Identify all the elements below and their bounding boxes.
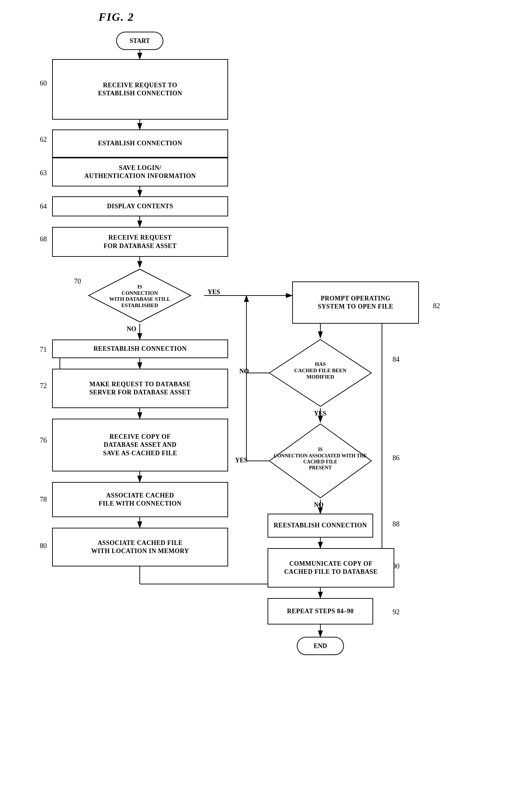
svg-text:ESTABLISHED: ESTABLISHED: [121, 303, 158, 308]
diamond-84: HAS CACHED FILE BEEN MODIFIED: [268, 338, 373, 408]
label-82: 82: [433, 302, 440, 310]
svg-text:CACHED FILE BEEN: CACHED FILE BEEN: [294, 368, 347, 373]
label-84: 84: [393, 355, 400, 363]
box-71: REESTABLISH CONNECTION: [52, 340, 228, 358]
svg-text:CACHED FILE: CACHED FILE: [303, 459, 338, 464]
box64-label: DISPLAY CONTENTS: [107, 202, 173, 210]
label-71: 71: [40, 345, 47, 354]
box88-label: REESTABLISH CONNECTION: [274, 521, 367, 529]
label-68: 68: [40, 235, 47, 243]
yes-label-70: YES: [208, 288, 220, 296]
diamond-70: IS CONNECTION WITH DATABASE STILL ESTABL…: [87, 267, 193, 324]
label-70: 70: [74, 277, 81, 285]
box-92: REPEAT STEPS 84–90: [268, 598, 373, 624]
label-92: 92: [393, 608, 400, 616]
box68-label: RECEIVE REQUEST FOR DATABASE ASSET: [103, 234, 176, 250]
no-label-86: NO: [314, 501, 324, 509]
box-78: ASSOCIATE CACHED FILE WITH CONNECTION: [52, 482, 228, 517]
svg-text:IS: IS: [318, 447, 322, 452]
svg-text:WITH DATABASE STILL: WITH DATABASE STILL: [109, 296, 170, 302]
box72-label: MAKE REQUEST TO DATABASE SERVER FOR DATA…: [89, 380, 191, 397]
label-72: 72: [40, 382, 47, 390]
box76-label: RECEIVE COPY OF DATABASE ASSET AND SAVE …: [103, 433, 177, 457]
box-82: PROMPT OPERATING SYSTEM TO OPEN FILE: [292, 281, 419, 324]
label-62: 62: [40, 135, 47, 144]
box78-label: ASSOCIATE CACHED FILE WITH CONNECTION: [99, 491, 182, 508]
box80-label: ASSOCIATE CACHED FILE WITH LOCATION IN M…: [91, 539, 189, 556]
label-76: 76: [40, 436, 47, 444]
box-80: ASSOCIATE CACHED FILE WITH LOCATION IN M…: [52, 528, 228, 566]
box63-label: SAVE LOGIN/ AUTHENTICATION INFORMATION: [84, 164, 196, 180]
label-88: 88: [393, 520, 400, 528]
svg-text:PRESENT: PRESENT: [309, 465, 332, 470]
box-88: REESTABLISH CONNECTION: [268, 514, 373, 538]
box-63: SAVE LOGIN/ AUTHENTICATION INFORMATION: [52, 158, 228, 186]
label-60: 60: [40, 79, 47, 87]
no-label-84: NO: [239, 368, 249, 375]
start-node: START: [116, 32, 163, 50]
svg-text:CONNECTION: CONNECTION: [121, 290, 158, 296]
label-63: 63: [40, 169, 47, 177]
box60-label: RECEIVE REQUEST TO ESTABLISH CONNECTION: [98, 81, 182, 98]
start-label: START: [130, 37, 150, 45]
diamond-86: IS CONNECTION ASSOCIATED WITH THE CACHED…: [268, 422, 373, 500]
yes-label-86: YES: [235, 457, 247, 464]
svg-text:IS: IS: [137, 284, 142, 290]
svg-text:MODIFIED: MODIFIED: [307, 374, 334, 380]
box-64: DISPLAY CONTENTS: [52, 196, 228, 216]
box-60: RECEIVE REQUEST TO ESTABLISH CONNECTION: [52, 59, 228, 120]
svg-text:HAS: HAS: [315, 361, 326, 367]
label-64: 64: [40, 202, 47, 210]
yes-label-84: YES: [314, 410, 326, 417]
label-78: 78: [40, 495, 47, 503]
box-76: RECEIVE COPY OF DATABASE ASSET AND SAVE …: [52, 419, 228, 471]
svg-text:CONNECTION ASSOCIATED WITH THE: CONNECTION ASSOCIATED WITH THE: [274, 453, 367, 458]
box71-label: REESTABLISH CONNECTION: [93, 345, 187, 353]
label-86: 86: [393, 454, 400, 462]
figure-title: FIG. 2: [99, 11, 134, 24]
end-label: END: [314, 642, 327, 650]
no-label-70: NO: [127, 325, 136, 333]
box-68: RECEIVE REQUEST FOR DATABASE ASSET: [52, 227, 228, 257]
box-72: MAKE REQUEST TO DATABASE SERVER FOR DATA…: [52, 369, 228, 408]
box-90: COMMUNICATE COPY OF CACHED FILE TO DATAB…: [268, 548, 394, 588]
label-80: 80: [40, 542, 47, 550]
box62-label: ESTABLISH CONNECTION: [98, 139, 182, 147]
box92-label: REPEAT STEPS 84–90: [287, 607, 353, 615]
box-62: ESTABLISH CONNECTION: [52, 129, 228, 158]
end-node: END: [297, 637, 344, 655]
box90-label: COMMUNICATE COPY OF CACHED FILE TO DATAB…: [284, 560, 378, 576]
box82-label: PROMPT OPERATING SYSTEM TO OPEN FILE: [318, 294, 393, 311]
diagram-container: FIG. 2: [0, 0, 527, 812]
